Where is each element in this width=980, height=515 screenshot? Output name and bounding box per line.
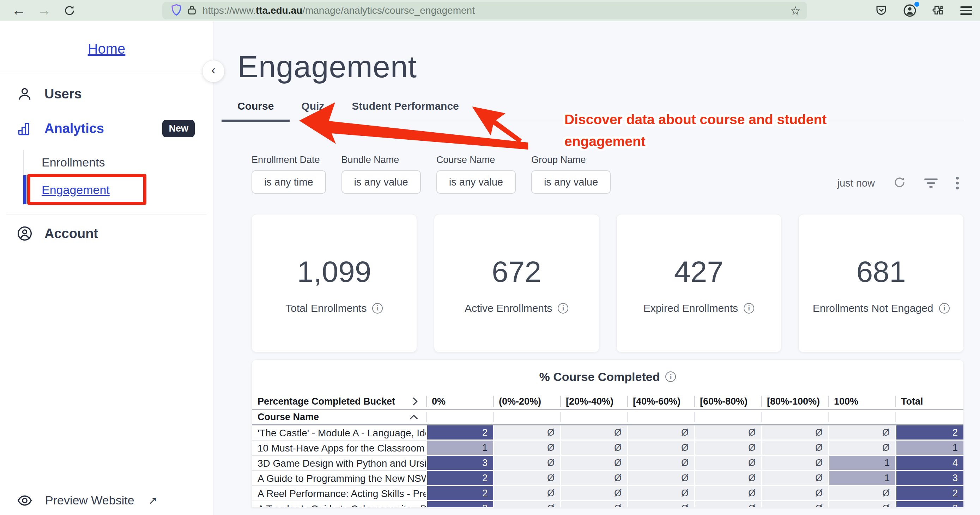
column-header[interactable]: [60%-80%) [694, 394, 761, 409]
value-cell[interactable]: 1 [828, 456, 895, 471]
extensions-puzzle-icon[interactable] [932, 4, 945, 17]
sidebar-item-enrollments[interactable]: Enrollments [24, 150, 213, 175]
dashboard-filter-icon[interactable] [924, 176, 938, 190]
sidebar-collapse-button[interactable]: ‹ [202, 60, 225, 83]
value-cell[interactable]: Ø [694, 486, 761, 501]
value-cell[interactable]: Ø [493, 440, 560, 456]
preview-website-link[interactable]: Preview Website ↗ [17, 493, 158, 507]
value-cell[interactable]: Ø [560, 486, 627, 501]
account-icon[interactable] [903, 4, 916, 17]
value-cell[interactable]: Ø [560, 425, 627, 440]
column-header[interactable]: [20%-40%) [560, 394, 627, 409]
filter-value-button[interactable]: is any value [342, 170, 421, 194]
bookmark-star-icon[interactable]: ☆ [790, 3, 801, 17]
value-cell[interactable]: Ø [761, 456, 828, 471]
value-cell[interactable]: Ø [694, 501, 761, 508]
account-circle-icon [17, 226, 32, 241]
sidebar-item-engagement[interactable]: Engagement [24, 175, 213, 205]
value-cell[interactable]: 2 [895, 486, 963, 501]
value-cell[interactable]: Ø [761, 486, 828, 501]
column-header[interactable]: [80%-100%) [761, 394, 828, 409]
value-cell[interactable]: Ø [828, 486, 895, 501]
value-cell[interactable]: 2 [895, 501, 963, 508]
value-cell[interactable]: Ø [761, 425, 828, 440]
page-title: Engagement [237, 49, 964, 85]
value-cell[interactable]: Ø [560, 440, 627, 456]
value-cell[interactable]: Ø [761, 440, 828, 456]
value-cell[interactable]: 2 [426, 486, 493, 501]
value-cell[interactable]: 2 [895, 425, 963, 440]
value-cell[interactable]: Ø [560, 471, 627, 486]
column-header[interactable]: Total [895, 394, 963, 409]
value-cell[interactable]: 1 [828, 471, 895, 486]
value-cell[interactable]: Ø [493, 471, 560, 486]
tab-student-performance[interactable]: Student Performance [352, 95, 458, 121]
value-cell[interactable]: Ø [694, 425, 761, 440]
value-cell[interactable]: Ø [828, 425, 895, 440]
info-icon[interactable]: i [665, 372, 676, 382]
sidebar-item-analytics[interactable]: Analytics New [0, 120, 213, 137]
value-cell[interactable]: Ø [828, 440, 895, 456]
reload-icon [64, 5, 75, 17]
back-button[interactable]: ← [9, 1, 28, 20]
value-cell[interactable]: Ø [560, 501, 627, 508]
filter-label: Course Name [436, 154, 516, 165]
value-cell[interactable]: Ø [627, 501, 694, 508]
pivot-header[interactable]: Percentage Completed Bucket [252, 394, 426, 409]
value-cell[interactable]: Ø [761, 471, 828, 486]
column-header[interactable]: 0% [426, 394, 493, 409]
info-icon[interactable]: i [744, 303, 754, 313]
value-cell[interactable]: Ø [493, 456, 560, 471]
course-name-cell: 'The Castle' - Module A - Language, Iden… [252, 425, 426, 440]
course-name-cell: A Reel Performance: Acting Skills - Pres… [252, 486, 426, 501]
value-cell[interactable]: 3 [426, 456, 493, 471]
kebab-menu-icon[interactable] [956, 175, 959, 192]
user-icon [17, 86, 32, 102]
main-content: Engagement CourseQuizStudent Performance… [213, 21, 980, 515]
value-cell[interactable]: 2 [426, 425, 493, 440]
info-icon[interactable]: i [939, 303, 950, 313]
value-cell[interactable]: 1 [895, 440, 963, 456]
info-icon[interactable]: i [372, 303, 383, 313]
tab-course[interactable]: Course [237, 95, 274, 121]
value-cell[interactable]: 2 [426, 501, 493, 508]
tracking-shield-icon[interactable] [171, 3, 182, 17]
value-cell[interactable]: Ø [761, 501, 828, 508]
value-cell[interactable]: Ø [493, 486, 560, 501]
sidebar-item-account[interactable]: Account [0, 226, 213, 241]
lock-icon[interactable] [187, 4, 197, 17]
value-cell[interactable]: Ø [694, 456, 761, 471]
value-cell[interactable]: 2 [426, 471, 493, 486]
filter-value-button[interactable]: is any value [436, 170, 516, 194]
value-cell[interactable]: Ø [627, 471, 694, 486]
value-cell[interactable]: Ø [627, 425, 694, 440]
row-header[interactable]: Course Name [252, 410, 426, 424]
value-cell[interactable]: 3 [895, 471, 963, 486]
sidebar-item-users[interactable]: Users [0, 86, 213, 102]
url-bar[interactable]: https://www.tta.edu.au/manage/analytics/… [162, 2, 807, 19]
info-icon[interactable]: i [558, 303, 568, 313]
tab-quiz[interactable]: Quiz [301, 95, 324, 121]
value-cell[interactable]: Ø [694, 471, 761, 486]
pocket-icon[interactable] [875, 4, 888, 17]
filter-value-button[interactable]: is any time [251, 170, 326, 194]
refresh-button[interactable] [893, 176, 906, 190]
menu-hamburger-icon[interactable] [960, 4, 972, 17]
value-cell[interactable]: Ø [694, 440, 761, 456]
value-cell[interactable]: Ø [627, 486, 694, 501]
value-cell[interactable]: 1 [426, 440, 493, 456]
filter-value-button[interactable]: is any value [531, 170, 611, 194]
value-cell[interactable]: Ø [493, 425, 560, 440]
home-link[interactable]: Home [88, 41, 126, 56]
value-cell[interactable]: Ø [560, 456, 627, 471]
column-header[interactable]: [40%-60%) [627, 394, 694, 409]
column-header[interactable]: (0%-20%) [493, 394, 560, 409]
value-cell[interactable]: Ø [627, 440, 694, 456]
value-cell[interactable]: Ø [627, 456, 694, 471]
value-cell[interactable]: 4 [895, 456, 963, 471]
value-cell[interactable]: Ø [828, 501, 895, 508]
reload-button[interactable] [60, 1, 79, 20]
forward-button[interactable]: → [35, 1, 54, 20]
value-cell[interactable]: Ø [493, 501, 560, 508]
column-header[interactable]: 100% [828, 394, 895, 409]
